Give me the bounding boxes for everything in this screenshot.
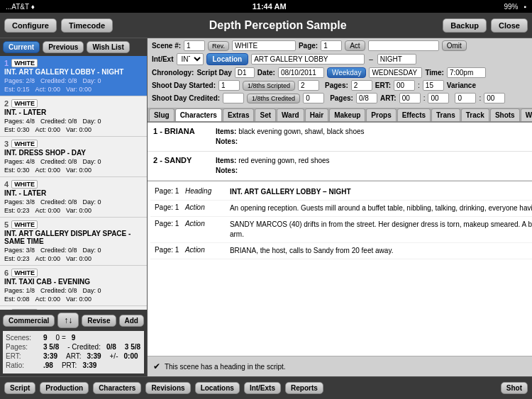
omit-button[interactable]: Omit [442, 40, 467, 51]
shoot-credited-input[interactable] [223, 93, 244, 103]
tab-set[interactable]: Set [255, 108, 276, 121]
shot-button[interactable]: Shot [501, 382, 528, 394]
time-input[interactable] [447, 67, 486, 78]
day-night-input[interactable] [377, 54, 416, 64]
status-bar: ...AT&T ♦ 11:44 AM 99% ▪ [0, 0, 532, 13]
tab-makeup[interactable]: Makeup [329, 108, 365, 121]
shoot-started-input[interactable] [218, 80, 240, 91]
act-input[interactable] [368, 40, 439, 51]
date-input[interactable] [278, 67, 324, 78]
revise-button[interactable]: Revise [82, 315, 116, 327]
eighths-credited-input[interactable] [303, 93, 324, 103]
script-content: Page: 1 Heading INT. ART GALLERY LOBBY –… [148, 181, 532, 356]
configure-button[interactable]: Configure [4, 18, 57, 33]
art-h2-input[interactable] [455, 93, 476, 103]
script-type: Heading [185, 187, 224, 197]
tab-track[interactable]: Track [461, 108, 489, 121]
weekday-input[interactable] [369, 67, 422, 78]
tab-effects[interactable]: Effects [397, 108, 431, 121]
act-button[interactable]: Act [345, 40, 365, 51]
script-day-input[interactable] [235, 67, 255, 78]
arrows-button[interactable]: ↑↓ [57, 313, 79, 328]
art-m-input[interactable] [428, 93, 449, 103]
tab-props[interactable]: Props [366, 108, 396, 121]
script-tab-button[interactable]: Script [4, 382, 35, 394]
totals-row-1: Scenes: 9 0 = 9 [6, 334, 141, 342]
location-button[interactable]: Location [206, 53, 249, 65]
location-input[interactable] [251, 54, 365, 64]
ert-label: ERT: [6, 352, 38, 360]
add-scene-button[interactable]: Add [119, 315, 144, 327]
art-val: 3:39 [87, 352, 101, 360]
art-h-input[interactable] [399, 93, 421, 103]
heading-info-text: This scene has a heading in the script. [165, 363, 286, 371]
tab-extras[interactable]: Extras [223, 108, 255, 121]
ert-m-input[interactable] [423, 80, 444, 91]
wish-list-button[interactable]: Wish List [87, 41, 129, 53]
pages-label: Pages: [6, 343, 38, 351]
form-row-1: Scene #: Rev. Page: Act Omit [152, 40, 532, 51]
art-label3: ART: [380, 94, 397, 102]
weekday-button[interactable]: Weekday [327, 67, 367, 78]
production-tab-button[interactable]: Production [40, 382, 89, 394]
scene-item[interactable]: 3 WHITE INT. DRESS SHOP - DAY Pages: 4/8… [0, 137, 147, 177]
time-label: Time: [425, 69, 444, 77]
scene-num-input[interactable] [184, 40, 205, 51]
script-type: Action [185, 203, 224, 213]
pages-label4: Pages: [330, 94, 353, 102]
chron-label: Chronology: [152, 69, 194, 77]
main-layout: Current Previous Wish List 1 WHITE INT. … [0, 38, 532, 376]
pages-credited-input[interactable] [356, 93, 377, 103]
characters-tab-button[interactable]: Characters [93, 382, 141, 394]
tab-wt[interactable]: WT [521, 108, 532, 121]
rev-button[interactable]: Rev. [208, 41, 229, 51]
toolbar-right: Backup Close [443, 18, 528, 33]
tabs-row: SlugCharactersExtrasSetWardHairMakeupPro… [148, 108, 532, 123]
pages-input[interactable] [351, 80, 372, 91]
previous-button[interactable]: Previous [43, 41, 84, 53]
eighths-scripted-input[interactable] [298, 80, 319, 91]
colon-3: : [479, 94, 481, 102]
tab-shots[interactable]: Shots [490, 108, 520, 121]
bottom-toolbar: Script Production Characters Revisions L… [0, 376, 532, 399]
revisions-tab-button[interactable]: Revisions [145, 382, 190, 394]
scene-item[interactable]: 1 WHITE INT. ART GALLERY LOBBY - NIGHT P… [0, 56, 147, 96]
right-panel: Scene #: Rev. Page: Act Omit Int/Ext INT… [148, 38, 532, 376]
eighths-scripted-button[interactable]: 1/8ths Scripted [243, 81, 295, 91]
close-button[interactable]: Close [491, 18, 528, 33]
left-panel-tabs: Current Previous Wish List [0, 38, 147, 56]
tab-trans[interactable]: Trans [431, 108, 460, 121]
ert-h-input[interactable] [394, 80, 415, 91]
scenes-label: Scenes: [6, 334, 38, 342]
rev-value-input[interactable] [232, 40, 296, 51]
char-details: Items: black evening gown, shawl, black … [216, 127, 365, 147]
scene-item[interactable]: 2 WHITE INT. - LATER Pages: 4/8 Credited… [0, 96, 147, 137]
int-exts-tab-button[interactable]: Int/Exts [244, 382, 281, 394]
credited-val: 0/8 [106, 343, 116, 351]
scene-item[interactable]: 6 WHITE INT. TAXI CAB - EVENING Pages: 1… [0, 266, 147, 306]
page-input[interactable] [321, 40, 342, 51]
timecode-button[interactable]: Timecode [61, 18, 113, 33]
locations-tab-button[interactable]: Locations [195, 382, 240, 394]
heading-checkbox: ✔ [153, 361, 160, 371]
eighths-credited-button[interactable]: 1/8ths Credited [247, 94, 300, 103]
commercial-button[interactable]: Commercial [3, 315, 55, 327]
int-ext-select[interactable]: INT EXT INT/EXT [177, 53, 204, 65]
backup-button[interactable]: Backup [443, 18, 487, 33]
scene-item[interactable]: 4 WHITE INT. - LATER Pages: 3/8 Credited… [0, 177, 147, 218]
int-ext-label: Int/Ext [152, 55, 174, 63]
tab-ward[interactable]: Ward [277, 108, 304, 121]
tab-hair[interactable]: Hair [305, 108, 328, 121]
scene-item[interactable]: 5 WHITE INT. ART GALLERY DISPLAY SPACE -… [0, 218, 147, 266]
tab-characters[interactable]: Characters [175, 108, 222, 121]
current-button[interactable]: Current [3, 41, 40, 53]
art-m2-input[interactable] [484, 93, 505, 103]
character-row: 1 - BRIANA Items: black evening gown, sh… [148, 123, 532, 152]
left-bottom-controls: Commercial ↑↓ Revise Add [3, 313, 144, 328]
prt-val: 3:39 [82, 361, 96, 369]
dash-separator: – [367, 55, 375, 63]
reports-tab-button[interactable]: Reports [285, 382, 323, 394]
script-text: INT. ART GALLERY LOBBY – NIGHT [230, 187, 532, 197]
left-panel-bottom: Commercial ↑↓ Revise Add Scenes: 9 0 = 9… [0, 310, 147, 376]
tab-slug[interactable]: Slug [149, 108, 174, 121]
